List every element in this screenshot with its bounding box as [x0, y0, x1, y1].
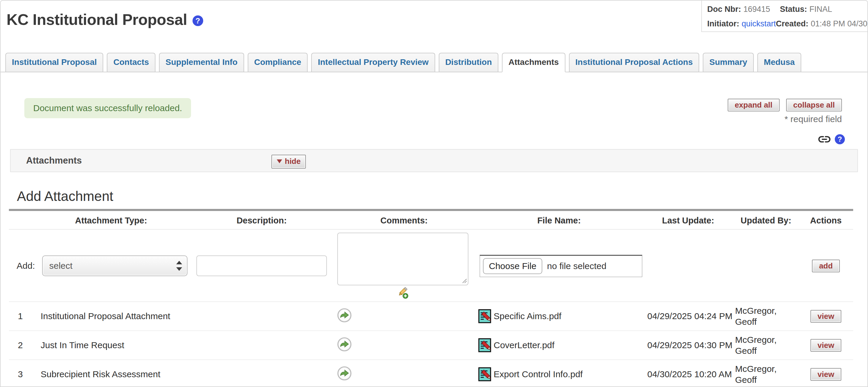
view-button[interactable]: view: [810, 339, 841, 352]
tab-supplemental-info[interactable]: Supplemental Info: [159, 53, 244, 72]
row-number: 1: [9, 302, 32, 331]
choose-file-button[interactable]: Choose File: [483, 258, 542, 274]
attachment-description: [190, 302, 333, 331]
tab-contacts[interactable]: Contacts: [107, 53, 155, 72]
tab-attachments[interactable]: Attachments: [502, 53, 565, 72]
add-button[interactable]: add: [812, 259, 840, 272]
attachment-type: Just In Time Request: [32, 331, 190, 360]
attachment-type: Institutional Proposal Attachment: [32, 302, 190, 331]
last-update: 04/30/2025 10:20 AM: [643, 360, 733, 387]
tab-bar: Institutional ProposalContactsSupplement…: [1, 53, 867, 72]
file-name[interactable]: CoverLetter.pdf: [494, 340, 554, 350]
attachment-description: [190, 331, 333, 360]
col-header-blank: [9, 210, 32, 230]
initiator-link[interactable]: quickstart: [742, 19, 776, 29]
file-status-text: no file selected: [547, 261, 607, 271]
file-document-icon: [477, 366, 492, 382]
attachment-type: Subrecipient Risk Assessment: [32, 360, 190, 387]
attachment-row: 3 Subrecipient Risk Assessment: [9, 360, 853, 387]
updated-by: McGregor, Geoff: [733, 331, 799, 360]
attachments-table: Attachment Type: Description: Comments: …: [9, 209, 853, 387]
table-header-row: Attachment Type: Description: Comments: …: [9, 210, 853, 230]
select-arrows-icon: [176, 261, 182, 271]
page-help-icon[interactable]: ?: [192, 15, 203, 26]
attachment-type-select[interactable]: select: [42, 255, 187, 276]
section-help-icon[interactable]: ?: [835, 134, 845, 144]
page-title: KC Institutional Proposal: [6, 11, 187, 29]
add-attachment-heading: Add Attachment: [17, 188, 867, 204]
attachment-row: 1 Institutional Proposal Attachment: [9, 302, 853, 331]
tab-intellectual-property-review[interactable]: Intellectual Property Review: [311, 53, 435, 72]
doc-nbr-label: Doc Nbr:: [707, 5, 741, 14]
col-header-file-name: File Name:: [475, 210, 643, 230]
col-header-actions: Actions: [799, 210, 853, 230]
direct-inquiry-icon[interactable]: [337, 366, 351, 381]
col-header-last-update: Last Update:: [643, 210, 733, 230]
expand-all-button[interactable]: expand all: [728, 99, 780, 111]
view-button[interactable]: view: [810, 310, 841, 323]
collapse-all-button[interactable]: collapse all: [786, 99, 842, 111]
attachments-panel-title: Attachments: [26, 155, 82, 166]
add-row-label: Add:: [9, 230, 32, 302]
message-band: Document was successfully reloaded. expa…: [1, 98, 867, 149]
status-label: Status:: [780, 5, 807, 14]
doc-nbr-value: 169415: [743, 5, 770, 14]
col-header-description: Description:: [190, 210, 333, 230]
kc-institutional-proposal-page: KC Institutional Proposal ? Doc Nbr: 169…: [0, 0, 868, 387]
attachment-row: 2 Just In Time Request: [9, 331, 853, 360]
hide-panel-button[interactable]: hide: [272, 155, 306, 169]
expand-text-pencil-icon[interactable]: [397, 287, 408, 299]
col-header-comments: Comments:: [333, 210, 475, 230]
created-label: Created:: [776, 19, 809, 29]
attachments-panel-header: Attachments hide: [10, 149, 858, 172]
direct-inquiry-icon[interactable]: [337, 337, 351, 351]
row-number: 2: [9, 331, 32, 360]
status-value: FINAL: [810, 5, 832, 14]
last-update: 04/29/2025 04:24 PM: [643, 302, 733, 331]
tab-compliance[interactable]: Compliance: [248, 53, 308, 72]
last-update: 04/29/2025 04:30 PM: [643, 331, 733, 360]
created-value: 01:48 PM 04/30/2025: [811, 19, 868, 29]
resize-grip-icon[interactable]: [462, 278, 467, 283]
file-document-icon: [477, 309, 492, 324]
success-message: Document was successfully reloaded.: [24, 98, 191, 118]
view-button[interactable]: view: [810, 368, 841, 381]
file-document-icon: [477, 338, 492, 353]
file-name[interactable]: Export Control Info.pdf: [494, 369, 583, 379]
add-attachment-row: Add: select: [9, 230, 853, 302]
required-field-note: * required field: [785, 114, 842, 124]
top-bar: KC Institutional Proposal ? Doc Nbr: 169…: [1, 1, 867, 32]
col-header-attachment-type: Attachment Type:: [32, 210, 190, 230]
col-header-updated-by: Updated By:: [733, 210, 799, 230]
chevron-down-icon: [277, 160, 282, 163]
tab-distribution[interactable]: Distribution: [439, 53, 498, 72]
tab-summary[interactable]: Summary: [703, 53, 754, 72]
comments-textarea[interactable]: [337, 233, 468, 285]
row-number: 3: [9, 360, 32, 387]
tab-institutional-proposal[interactable]: Institutional Proposal: [5, 53, 103, 72]
file-upload-field[interactable]: Choose File no file selected: [480, 255, 642, 277]
updated-by: McGregor, Geoff: [733, 360, 799, 387]
doc-info-panel: Doc Nbr: 169415 Status: FINAL Initiator:…: [701, 1, 867, 32]
initiator-label: Initiator:: [707, 19, 739, 29]
updated-by: McGregor, Geoff: [733, 302, 799, 331]
description-input[interactable]: [196, 255, 327, 276]
tab-medusa[interactable]: Medusa: [757, 53, 801, 72]
direct-inquiry-icon[interactable]: [337, 308, 351, 322]
permalink-icon[interactable]: [818, 134, 831, 144]
file-name[interactable]: Specific Aims.pdf: [494, 311, 561, 321]
tab-institutional-proposal-actions[interactable]: Institutional Proposal Actions: [569, 53, 700, 72]
attachment-description: [190, 360, 333, 387]
